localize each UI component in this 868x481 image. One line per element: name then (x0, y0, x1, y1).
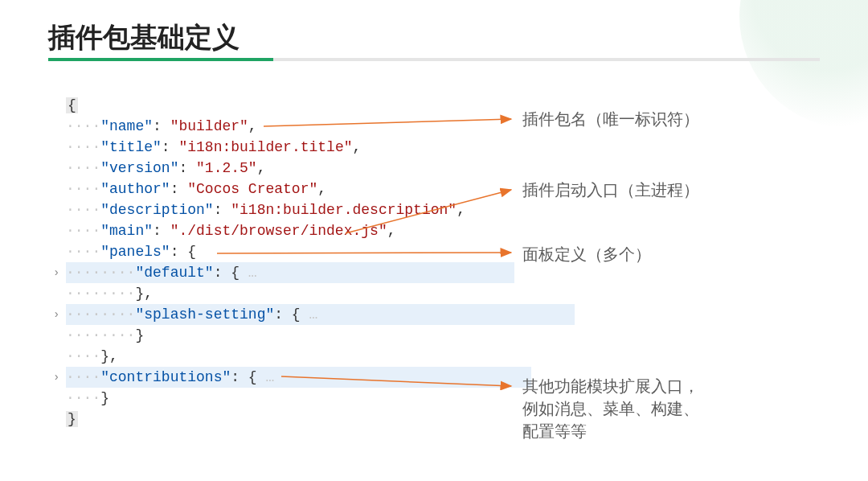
code-line-close: ····} (66, 388, 484, 409)
decor-blob (739, 0, 868, 129)
slide-title: 插件包基础定义 (48, 19, 240, 56)
code-line-close: ········} (66, 325, 484, 346)
code-line: { (66, 95, 484, 116)
fold-caret-icon[interactable]: › (53, 304, 59, 325)
fold-caret-icon[interactable]: › (53, 262, 59, 283)
annotation-panels: 面板定义（多个） (522, 243, 651, 265)
code-line-close: ········}, (66, 283, 484, 304)
code-line-default: ›········"default": { … (66, 262, 484, 283)
code-line-close: ····}, (66, 346, 484, 367)
code-line-title: ····"title": "i18n:builder.title", (66, 137, 484, 158)
code-line-panels: ····"panels": { (66, 241, 484, 262)
brace-close: } (66, 411, 78, 427)
code-line-main: ····"main": "./dist/browser/index.js", (66, 220, 484, 241)
code-line-name: ····"name": "builder", (66, 116, 484, 137)
code-line-author: ····"author": "Cocos Creator", (66, 179, 484, 199)
fold-caret-icon[interactable]: › (53, 367, 59, 388)
annotation-contrib: 其他功能模块扩展入口， 例如消息、菜单、构建、 配置等等 (522, 375, 699, 442)
code-line-version: ····"version": "1.2.5", (66, 158, 484, 179)
code-line-close: } (66, 409, 484, 430)
annotation-name: 插件包名（唯一标识符） (522, 108, 699, 130)
brace-open: { (66, 97, 78, 113)
code-line-desc: ····"description": "i18n:builder.descrip… (66, 199, 484, 220)
code-line-splash: ›········"splash-setting": { … (66, 304, 484, 325)
code-block: { ····"name": "builder", ····"title": "i… (66, 95, 484, 430)
title-underline (48, 58, 820, 61)
code-line-contrib: ›····"contributions": { … (66, 367, 484, 388)
annotation-main: 插件启动入口（主进程） (522, 179, 699, 201)
